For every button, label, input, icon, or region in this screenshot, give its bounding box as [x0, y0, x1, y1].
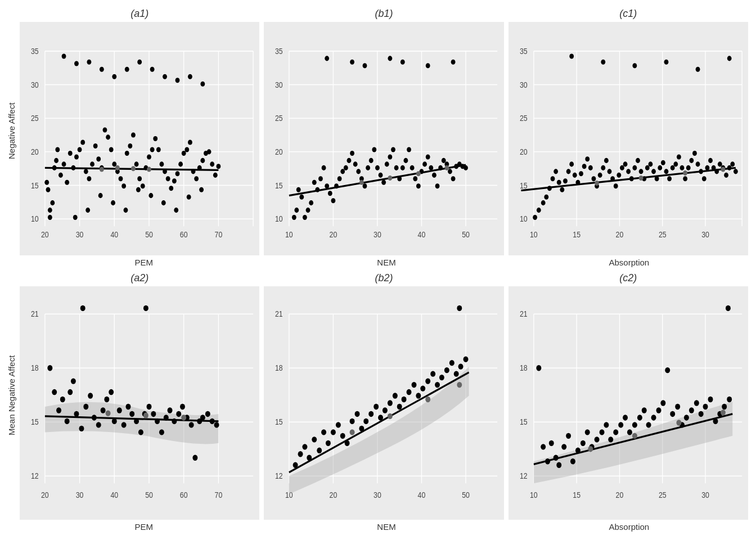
svg-point-192	[350, 60, 354, 65]
svg-point-322	[52, 389, 57, 395]
title-a2: (a2)	[17, 270, 262, 285]
svg-text:12: 12	[31, 472, 39, 481]
svg-point-147	[328, 191, 332, 196]
svg-point-252	[616, 173, 621, 178]
svg-point-469	[637, 415, 642, 420]
svg-point-258	[636, 158, 640, 163]
svg-point-480	[689, 407, 694, 413]
xlabel-c2: Absorption	[508, 521, 750, 534]
svg-point-39	[74, 154, 79, 159]
svg-point-57	[131, 132, 136, 137]
svg-point-396	[340, 433, 345, 439]
svg-point-289	[734, 169, 738, 174]
svg-point-424	[350, 429, 355, 435]
svg-point-64	[153, 136, 158, 141]
svg-point-481	[694, 400, 699, 406]
svg-point-489	[726, 305, 731, 311]
svg-point-243	[588, 165, 593, 170]
svg-point-200	[416, 171, 421, 176]
svg-point-472	[651, 415, 656, 420]
svg-point-413	[421, 385, 426, 391]
svg-point-290	[569, 53, 574, 58]
svg-point-59	[137, 176, 142, 181]
svg-point-140	[306, 208, 310, 213]
svg-point-349	[164, 415, 169, 420]
svg-point-170	[400, 165, 405, 170]
svg-point-482	[698, 411, 703, 417]
svg-point-365	[143, 412, 148, 418]
svg-point-241	[582, 164, 586, 169]
svg-point-341	[129, 411, 134, 417]
svg-point-279	[702, 176, 706, 181]
svg-point-171	[404, 158, 408, 163]
svg-point-397	[345, 440, 350, 446]
plot-b2: 12 15 18 21 10 20 30 40 50	[264, 286, 503, 520]
svg-text:50: 50	[145, 490, 153, 500]
svg-point-237	[569, 161, 574, 166]
svg-point-325	[65, 418, 70, 424]
svg-point-95	[199, 187, 204, 192]
svg-text:15: 15	[31, 418, 39, 427]
svg-point-331	[88, 393, 93, 398]
svg-point-148	[331, 198, 336, 203]
svg-point-191	[325, 56, 330, 61]
svg-point-88	[111, 200, 115, 205]
svg-point-240	[579, 171, 583, 176]
svg-point-295	[727, 56, 731, 61]
svg-point-488	[727, 397, 732, 402]
svg-point-395	[336, 422, 341, 428]
svg-point-101	[125, 67, 129, 72]
svg-point-166	[388, 154, 393, 159]
svg-text:50: 50	[462, 230, 470, 239]
svg-text:25: 25	[275, 114, 283, 123]
svg-point-409	[402, 397, 407, 402]
svg-point-108	[100, 166, 104, 172]
svg-text:12: 12	[520, 472, 528, 481]
svg-point-485	[713, 418, 718, 424]
svg-point-296	[595, 181, 599, 186]
svg-point-247	[601, 165, 605, 170]
svg-point-298	[683, 170, 687, 176]
svg-point-461	[599, 429, 604, 435]
svg-point-231	[550, 176, 555, 181]
svg-point-30	[54, 158, 58, 163]
svg-point-45	[93, 143, 98, 148]
svg-point-339	[122, 422, 127, 428]
svg-point-477	[675, 404, 680, 410]
svg-text:20: 20	[615, 490, 623, 500]
svg-point-27	[48, 208, 52, 213]
svg-point-421	[458, 363, 464, 369]
svg-point-182	[439, 165, 443, 170]
svg-point-284	[718, 161, 722, 166]
svg-point-493	[721, 410, 726, 415]
svg-point-404	[378, 415, 383, 420]
svg-point-43	[87, 176, 91, 181]
panel-a1: (a1)	[17, 6, 262, 256]
svg-point-72	[178, 161, 183, 166]
svg-point-180	[432, 173, 436, 178]
svg-text:30: 30	[76, 490, 84, 500]
svg-point-53	[119, 176, 123, 181]
svg-point-146	[325, 183, 330, 188]
svg-text:10: 10	[275, 215, 283, 224]
svg-text:15: 15	[573, 230, 580, 239]
svg-point-265	[658, 165, 662, 170]
svg-point-83	[213, 173, 218, 178]
svg-point-84	[216, 164, 220, 169]
svg-point-358	[200, 415, 205, 420]
title-a1: (a1)	[17, 6, 262, 21]
svg-point-90	[136, 187, 141, 192]
svg-point-106	[188, 74, 192, 79]
svg-point-168	[394, 165, 399, 170]
svg-point-492	[676, 420, 681, 425]
svg-point-56	[128, 143, 132, 148]
svg-point-287	[727, 165, 731, 170]
svg-point-422	[464, 357, 469, 362]
svg-point-135	[292, 215, 296, 220]
svg-point-294	[695, 67, 700, 72]
svg-point-36	[65, 180, 69, 185]
svg-point-277	[695, 161, 700, 166]
svg-text:21: 21	[31, 310, 39, 319]
svg-point-389	[307, 455, 312, 461]
svg-point-452	[556, 462, 561, 468]
